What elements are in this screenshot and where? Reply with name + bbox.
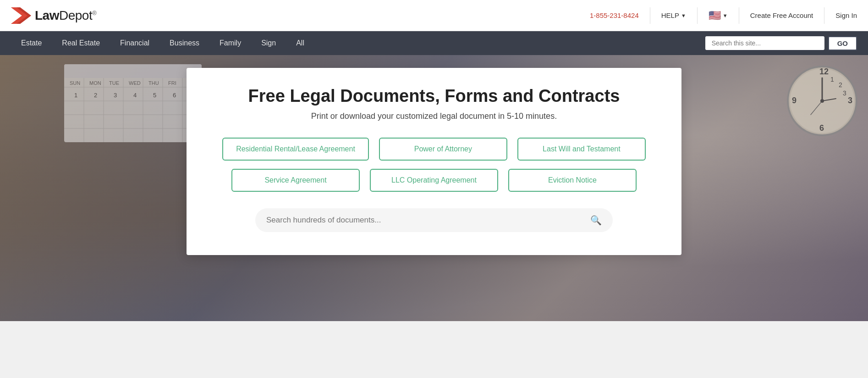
svg-text:TUE: TUE <box>109 80 119 86</box>
hero-title: Free Legal Documents, Forms and Contract… <box>214 86 654 106</box>
svg-text:1: 1 <box>74 92 77 99</box>
logo-text: LawDepot® <box>35 8 96 23</box>
svg-text:FRI: FRI <box>168 80 176 86</box>
btn-residential-lease[interactable]: Residential Rental/Lease Agreement <box>222 138 369 161</box>
svg-text:5: 5 <box>153 92 156 99</box>
nav-item-financial[interactable]: Financial <box>110 31 159 55</box>
country-selector[interactable]: 🇺🇸 ▼ <box>709 10 728 22</box>
doc-buttons-row-1: Residential Rental/Lease Agreement Power… <box>214 138 654 161</box>
help-button[interactable]: HELP ▼ <box>661 11 686 19</box>
btn-llc-operating[interactable]: LLC Operating Agreement <box>370 169 498 192</box>
document-buttons: Residential Rental/Lease Agreement Power… <box>214 138 654 192</box>
svg-point-40 <box>820 99 824 103</box>
divider-help <box>650 7 650 24</box>
nav-links: Estate Real Estate Financial Business Fa… <box>11 31 705 55</box>
nav-search-input[interactable] <box>705 36 824 50</box>
document-search-input[interactable] <box>266 216 590 225</box>
btn-last-will[interactable]: Last Will and Testament <box>517 138 646 161</box>
chevron-down-icon-flag: ▼ <box>723 13 728 18</box>
svg-text:3: 3 <box>848 96 852 105</box>
nav-item-family[interactable]: Family <box>209 31 251 55</box>
flag-icon: 🇺🇸 <box>709 10 721 22</box>
svg-text:3: 3 <box>843 89 846 97</box>
svg-text:6: 6 <box>173 92 176 99</box>
svg-text:2: 2 <box>839 81 842 89</box>
search-icon: 🔍 <box>590 215 602 226</box>
btn-eviction-notice[interactable]: Eviction Notice <box>508 169 637 192</box>
hero-card: Free Legal Documents, Forms and Contract… <box>187 68 681 255</box>
svg-text:9: 9 <box>792 96 797 105</box>
svg-text:6: 6 <box>819 123 824 133</box>
sign-in-button[interactable]: Sign In <box>835 11 857 19</box>
svg-text:3: 3 <box>114 92 117 99</box>
hero-subtitle: Print or download your customized legal … <box>214 111 654 121</box>
top-bar: LawDepot® 1-855-231-8424 HELP ▼ 🇺🇸 ▼ Cre… <box>0 0 868 31</box>
doc-buttons-row-2: Service Agreement LLC Operating Agreemen… <box>214 169 654 192</box>
nav-item-all[interactable]: All <box>286 31 314 55</box>
chevron-down-icon: ▼ <box>681 13 686 18</box>
svg-rect-3 <box>64 64 202 78</box>
logo-icon <box>11 7 31 24</box>
svg-marker-1 <box>11 7 27 24</box>
divider-signin <box>824 7 824 24</box>
top-bar-right: 1-855-231-8424 HELP ▼ 🇺🇸 ▼ Create Free A… <box>590 7 857 24</box>
document-search-area: 🔍 <box>255 208 613 232</box>
svg-text:SUN: SUN <box>70 80 80 86</box>
navigation-bar: Estate Real Estate Financial Business Fa… <box>0 31 868 55</box>
nav-go-button[interactable]: GO <box>828 36 857 50</box>
logo-area[interactable]: LawDepot® <box>11 7 96 24</box>
divider-flag <box>697 7 698 24</box>
svg-text:4: 4 <box>133 92 137 99</box>
nav-item-estate[interactable]: Estate <box>11 31 52 55</box>
svg-text:12: 12 <box>819 67 829 76</box>
phone-number[interactable]: 1-855-231-8424 <box>590 11 639 19</box>
help-label: HELP <box>661 11 679 19</box>
divider-account <box>739 7 739 24</box>
svg-text:THU: THU <box>148 80 159 86</box>
clock-decoration: 12 6 3 9 1 2 3 <box>786 55 859 147</box>
hero-area: SUN MON TUE WED THU FRI SAT 1 2 3 4 5 6 … <box>0 55 868 321</box>
nav-search-area: GO <box>705 36 857 50</box>
svg-text:1: 1 <box>830 76 834 83</box>
nav-item-sign[interactable]: Sign <box>251 31 286 55</box>
nav-item-real-estate[interactable]: Real Estate <box>52 31 110 55</box>
svg-text:WED: WED <box>129 80 141 86</box>
svg-text:2: 2 <box>94 92 97 99</box>
btn-power-of-attorney[interactable]: Power of Attorney <box>379 138 507 161</box>
create-account-button[interactable]: Create Free Account <box>750 11 813 19</box>
btn-service-agreement[interactable]: Service Agreement <box>231 169 360 192</box>
svg-text:MON: MON <box>89 80 101 86</box>
svg-marker-0 <box>11 7 31 24</box>
nav-item-business[interactable]: Business <box>159 31 209 55</box>
